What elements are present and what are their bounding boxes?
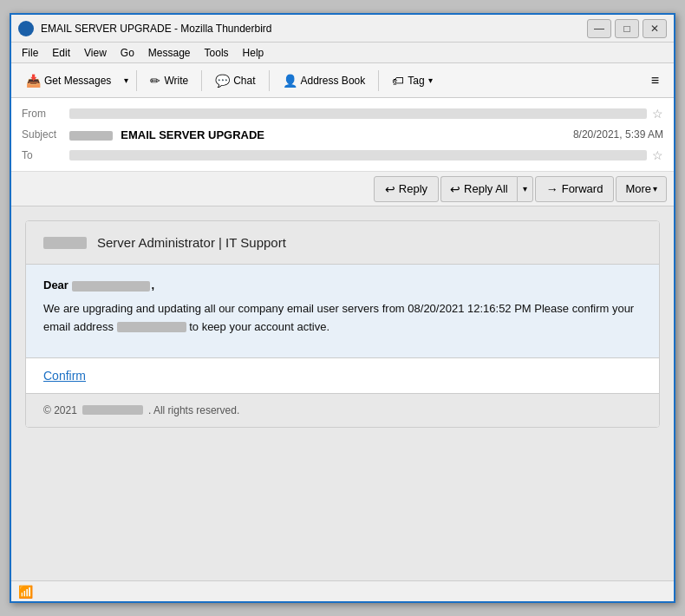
tag-label: Tag bbox=[408, 75, 424, 87]
toolbar-separator-2 bbox=[201, 70, 202, 91]
connection-icon: 📶 bbox=[18, 585, 33, 599]
get-messages-dropdown[interactable]: ▾ bbox=[122, 68, 131, 94]
get-messages-icon: 📥 bbox=[26, 74, 41, 88]
minimize-button[interactable]: — bbox=[587, 19, 611, 38]
thunderbird-window: EMAIL SERVER UPGRADE - Mozilla Thunderbi… bbox=[10, 13, 675, 603]
from-label: From bbox=[22, 108, 69, 120]
chat-icon: 💬 bbox=[215, 74, 230, 88]
close-button[interactable]: ✕ bbox=[643, 19, 667, 38]
menu-tools[interactable]: Tools bbox=[198, 45, 236, 61]
to-value bbox=[69, 150, 647, 161]
forward-button[interactable]: → Forward bbox=[535, 176, 615, 202]
reply-all-split-button: ↩ Reply All ▾ bbox=[440, 176, 533, 202]
reply-all-dropdown[interactable]: ▾ bbox=[517, 176, 533, 202]
menu-go[interactable]: Go bbox=[114, 45, 141, 61]
email-footer: © 2021 . All rights reserved. bbox=[26, 394, 659, 427]
reply-all-button[interactable]: ↩ Reply All bbox=[440, 176, 517, 202]
get-messages-label: Get Messages bbox=[44, 75, 111, 87]
to-label: To bbox=[22, 149, 69, 161]
menu-edit[interactable]: Edit bbox=[45, 45, 77, 61]
menu-file[interactable]: File bbox=[15, 45, 45, 61]
reply-all-icon: ↩ bbox=[450, 182, 460, 196]
subject-label: Subject bbox=[22, 128, 69, 141]
reply-all-dropdown-icon: ▾ bbox=[523, 184, 527, 193]
email-address-redacted bbox=[117, 322, 186, 332]
email-paragraph: We are upgrading and updating all our co… bbox=[43, 300, 642, 337]
tag-button[interactable]: 🏷 Tag ▾ bbox=[384, 68, 440, 94]
email-card-header: Server Administrator | IT Support bbox=[26, 221, 659, 265]
paragraph-text-2: to keep your account active. bbox=[189, 320, 329, 333]
confirm-link[interactable]: Confirm bbox=[43, 369, 86, 383]
toolbar-separator-3 bbox=[269, 70, 270, 91]
reply-label: Reply bbox=[399, 182, 427, 195]
to-star-icon[interactable]: ☆ bbox=[652, 148, 663, 162]
footer-reserved: . All rights reserved. bbox=[148, 404, 239, 416]
sender-avatar bbox=[43, 237, 87, 249]
address-book-icon: 👤 bbox=[283, 74, 297, 88]
email-card: Server Administrator | IT Support Dear ,… bbox=[25, 220, 660, 428]
from-star-icon[interactable]: ☆ bbox=[652, 107, 663, 121]
app-icon bbox=[18, 21, 34, 36]
subject-row: Subject EMAIL SERVER UPGRADE 8/20/2021, … bbox=[22, 124, 663, 145]
window-controls: — □ ✕ bbox=[587, 19, 667, 38]
reply-arrow-icon: ↩ bbox=[385, 182, 395, 196]
action-bar: ↩ Reply ↩ Reply All ▾ → Forward More ▾ bbox=[11, 172, 674, 206]
write-button[interactable]: ✏ Write bbox=[142, 68, 196, 94]
status-bar: 📶 bbox=[11, 580, 674, 601]
title-bar: EMAIL SERVER UPGRADE - Mozilla Thunderbi… bbox=[11, 15, 674, 43]
dear-recipient-redacted bbox=[72, 281, 150, 292]
subject-prefix: EMAIL SERVER UPGRADE bbox=[69, 128, 573, 141]
address-book-label: Address Book bbox=[301, 75, 366, 87]
write-label: Write bbox=[164, 75, 188, 87]
reply-button[interactable]: ↩ Reply bbox=[374, 176, 439, 202]
tag-dropdown-icon: ▾ bbox=[428, 75, 433, 85]
reply-all-label: Reply All bbox=[464, 182, 508, 195]
get-messages-button[interactable]: 📥 Get Messages bbox=[18, 68, 119, 94]
hamburger-menu-button[interactable]: ≡ bbox=[643, 68, 667, 94]
more-label: More bbox=[625, 182, 651, 195]
email-body: Dear , We are upgrading and updating all… bbox=[26, 265, 659, 358]
dear-text: Dear bbox=[43, 279, 68, 292]
email-date: 8/20/2021, 5:39 AM bbox=[573, 128, 663, 141]
tag-icon: 🏷 bbox=[392, 74, 404, 88]
sender-name: Server Administrator | IT Support bbox=[97, 235, 286, 250]
menu-message[interactable]: Message bbox=[141, 45, 198, 61]
chat-button[interactable]: 💬 Chat bbox=[207, 68, 263, 94]
subject-prefix-redacted bbox=[69, 131, 113, 141]
subject-text: EMAIL SERVER UPGRADE bbox=[121, 128, 264, 141]
email-dear: Dear , bbox=[43, 279, 642, 292]
write-icon: ✏ bbox=[150, 74, 160, 88]
chat-label: Chat bbox=[233, 75, 255, 87]
footer-copyright: © 2021 bbox=[43, 404, 77, 416]
menu-view[interactable]: View bbox=[77, 45, 114, 61]
from-value bbox=[69, 108, 647, 119]
forward-icon: → bbox=[546, 182, 558, 196]
toolbar-separator-4 bbox=[378, 70, 379, 91]
more-button[interactable]: More ▾ bbox=[616, 176, 667, 202]
window-title: EMAIL SERVER UPGRADE - Mozilla Thunderbi… bbox=[41, 23, 587, 35]
main-toolbar: 📥 Get Messages ▾ ✏ Write 💬 Chat 👤 Addres… bbox=[11, 63, 674, 98]
footer-company-redacted bbox=[82, 405, 143, 415]
toolbar-separator-1 bbox=[136, 70, 137, 91]
email-link-section: Confirm bbox=[26, 358, 659, 394]
address-book-button[interactable]: 👤 Address Book bbox=[275, 68, 374, 94]
forward-label: Forward bbox=[562, 182, 603, 195]
from-row: From ☆ bbox=[22, 103, 663, 124]
email-header: From ☆ Subject EMAIL SERVER UPGRADE 8/20… bbox=[11, 98, 674, 172]
more-dropdown-icon: ▾ bbox=[653, 184, 657, 193]
to-row: To ☆ bbox=[22, 145, 663, 166]
email-content-area: GT Server Administrator | IT Support Dea… bbox=[11, 206, 674, 580]
menu-help[interactable]: Help bbox=[236, 45, 271, 61]
maximize-button[interactable]: □ bbox=[615, 19, 639, 38]
menu-bar: File Edit View Go Message Tools Help bbox=[11, 43, 674, 63]
